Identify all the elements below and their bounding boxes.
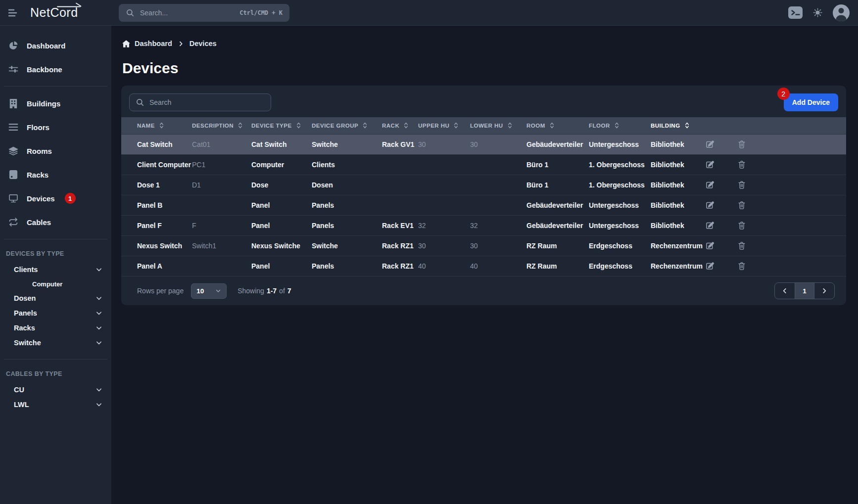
terminal-icon[interactable] xyxy=(788,6,803,19)
column-header-floor[interactable]: FLOOR xyxy=(589,117,651,134)
column-header-description[interactable]: DESCRIPTION xyxy=(192,117,251,134)
chevron-down-icon xyxy=(95,401,102,408)
next-page-button[interactable] xyxy=(814,283,834,299)
breadcrumb: Dashboard Devices xyxy=(122,40,858,47)
cell-actions xyxy=(705,235,846,256)
sidebar-item-floors[interactable]: Floors xyxy=(0,115,111,139)
delete-row-button[interactable] xyxy=(738,140,746,149)
edit-row-button[interactable] xyxy=(705,140,714,149)
cell-name: Dose 1 xyxy=(121,175,192,195)
logo-arrow-icon xyxy=(56,2,83,8)
column-header-upper-hu[interactable]: UPPER HU xyxy=(418,117,470,134)
delete-row-button[interactable] xyxy=(738,201,746,210)
cell-building: Bibliothek xyxy=(651,154,705,175)
column-header-name[interactable]: NAME xyxy=(121,117,192,134)
devices-card: 2 Add Device NAMEDESCRIPTIONDEVICE TYPED… xyxy=(121,86,846,305)
edit-row-button[interactable] xyxy=(705,201,714,210)
user-avatar[interactable] xyxy=(833,4,850,21)
column-header-device-group[interactable]: DEVICE GROUP xyxy=(312,117,382,134)
sidebar-divider xyxy=(4,359,107,360)
add-device-button[interactable]: Add Device xyxy=(784,93,838,111)
devices-by-type-heading: DEVICES BY TYPE xyxy=(6,250,103,257)
column-header-room[interactable]: ROOM xyxy=(526,117,589,134)
sidebar-item-rooms[interactable]: Rooms xyxy=(0,139,111,163)
sidebar-item-cables[interactable]: Cables xyxy=(0,210,111,234)
type-item-racks[interactable]: Racks xyxy=(0,321,111,335)
cell-rack: Rack GV1 xyxy=(382,134,418,154)
sidebar-item-dashboard[interactable]: Dashboard xyxy=(0,34,111,57)
rows-per-page-label: Rows per page xyxy=(137,287,184,295)
app-logo[interactable]: NetCord xyxy=(30,5,78,20)
global-search[interactable]: Ctrl/CMD + K xyxy=(119,4,289,22)
rack-icon xyxy=(8,170,19,180)
column-header-device-type[interactable]: DEVICE TYPE xyxy=(251,117,312,134)
edit-row-button[interactable] xyxy=(705,262,714,271)
delete-row-button[interactable] xyxy=(738,160,746,169)
sort-icon xyxy=(550,122,554,129)
table-search-input[interactable] xyxy=(129,93,271,111)
cell-room: RZ Raum xyxy=(526,256,589,276)
delete-row-button[interactable] xyxy=(738,221,746,230)
type-item-clients[interactable]: Clients xyxy=(0,262,111,277)
breadcrumb-dashboard-link[interactable]: Dashboard xyxy=(122,40,172,47)
type-item-dosen[interactable]: Dosen xyxy=(0,291,111,306)
type-item-lwl[interactable]: LWL xyxy=(0,397,111,412)
edit-row-button[interactable] xyxy=(705,241,714,250)
cell-upper-hu: 30 xyxy=(418,134,470,154)
cell-floor: Untergeschoss xyxy=(589,215,651,235)
table-toolbar: 2 Add Device xyxy=(121,86,846,117)
cell-upper-hu: 40 xyxy=(418,256,470,276)
pagination: 1 xyxy=(774,282,835,299)
previous-page-button[interactable] xyxy=(775,283,795,299)
type-item-panels[interactable]: Panels xyxy=(0,306,111,321)
trash-icon xyxy=(738,241,746,250)
delete-row-button[interactable] xyxy=(738,181,746,189)
global-search-input[interactable] xyxy=(139,8,235,17)
cell-description xyxy=(192,195,251,215)
sort-icon xyxy=(508,122,512,129)
delete-row-button[interactable] xyxy=(738,262,746,271)
table-body: Cat SwitchCat01Cat SwitchSwitcheRack GV1… xyxy=(121,134,846,276)
chevron-down-icon xyxy=(215,288,221,294)
sort-icon xyxy=(615,122,619,129)
cell-building: Rechenzentrum xyxy=(651,235,705,256)
column-header-rack[interactable]: RACK xyxy=(382,117,418,134)
sidebar-item-backbone[interactable]: Backbone xyxy=(0,57,111,81)
chevron-down-icon xyxy=(95,386,102,393)
cell-floor: 1. Obergeschoss xyxy=(589,154,651,175)
edit-row-button[interactable] xyxy=(705,160,714,169)
sidebar-item-buildings[interactable]: Buildings xyxy=(0,92,111,115)
cell-description: F xyxy=(192,215,251,235)
cell-description: PC1 xyxy=(192,154,251,175)
sidebar-item-racks[interactable]: Racks xyxy=(0,163,111,186)
edit-icon xyxy=(705,160,714,169)
cell-room: RZ Raum xyxy=(526,235,589,256)
cell-actions xyxy=(705,195,846,215)
type-item-switche[interactable]: Switche xyxy=(0,335,111,350)
edit-row-button[interactable] xyxy=(705,221,714,230)
page-number-button[interactable]: 1 xyxy=(795,283,814,299)
search-shortcut-hint: Ctrl/CMD + K xyxy=(239,9,283,16)
type-subitem-computer[interactable]: Computer xyxy=(0,277,111,291)
cell-rack: Rack RZ1 xyxy=(382,235,418,256)
chevron-down-icon xyxy=(95,295,102,302)
add-device-step-badge: 2 xyxy=(777,88,790,100)
cell-room: Gebäudeverteiler xyxy=(526,134,589,154)
column-header-building[interactable]: BUILDING xyxy=(651,117,705,134)
rows-per-page-select[interactable]: 10 xyxy=(191,283,227,299)
cell-name: Cat Switch xyxy=(121,134,192,154)
theme-toggle-sun-icon[interactable] xyxy=(813,8,822,17)
topbar: NetCord Ctrl/CMD + K xyxy=(0,0,858,26)
type-item-cu[interactable]: CU xyxy=(0,382,111,397)
edit-row-button[interactable] xyxy=(705,181,714,189)
delete-row-button[interactable] xyxy=(738,241,746,250)
cables-by-type-heading: CABLES BY TYPE xyxy=(6,370,103,377)
cell-upper-hu xyxy=(418,175,470,195)
cell-device-type: Cat Switch xyxy=(251,134,312,154)
cables-swap-icon xyxy=(8,217,19,227)
hamburger-menu-icon[interactable] xyxy=(7,7,20,19)
breadcrumb-current[interactable]: Devices xyxy=(190,40,217,47)
column-header-lower-hu[interactable]: LOWER HU xyxy=(470,117,526,134)
column-header-actions xyxy=(705,117,846,134)
sidebar-item-devices[interactable]: Devices 1 xyxy=(0,186,111,210)
